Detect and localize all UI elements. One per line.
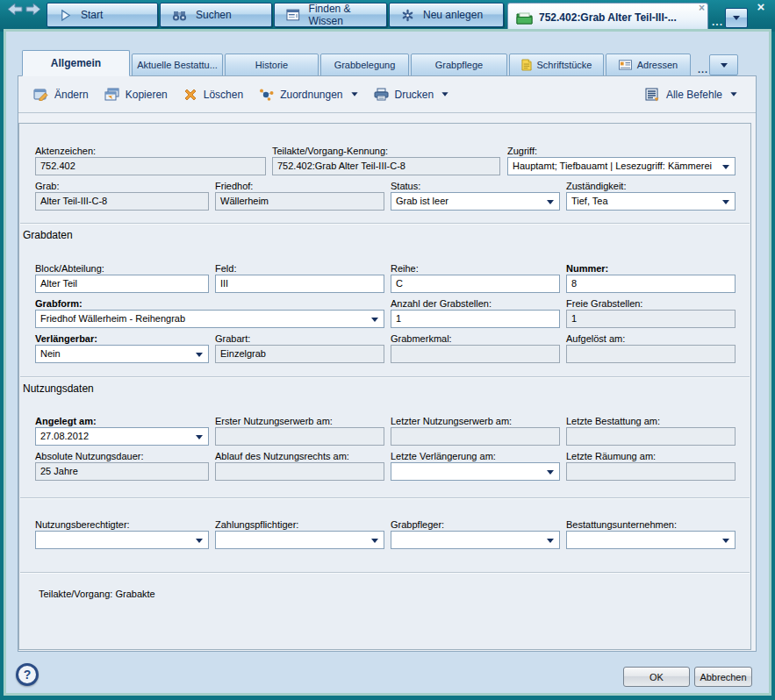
window-list-icon bbox=[286, 9, 300, 21]
letzte-verlaengerung-select[interactable] bbox=[391, 462, 560, 481]
dropdown-arrow-icon[interactable] bbox=[371, 318, 378, 322]
chevron-down-icon bbox=[721, 63, 728, 68]
zugriff-value: Hauptamt; Tiefbauamt | Lesezugriff: Kämm… bbox=[513, 161, 712, 171]
history-nav-arrows[interactable] bbox=[7, 2, 42, 17]
aktenzeichen-value: 752.402 bbox=[40, 161, 75, 171]
tab-adressen[interactable]: Adressen bbox=[606, 54, 691, 76]
absolute-nutzungsdauer-field[interactable]: 25 Jahre bbox=[35, 462, 209, 481]
letzte-verlaengerung-label: Letzte Verlängerung am: bbox=[391, 451, 496, 461]
grabmerkmal-field[interactable] bbox=[391, 345, 560, 363]
letzter-nutzungserwerb-field[interactable] bbox=[391, 427, 560, 446]
zustaendigkeit-value: Tief, Tea bbox=[571, 196, 608, 206]
teilakte-kennung-field[interactable]: 752.402:Grab Alter Teil-III-C-8 bbox=[272, 157, 500, 175]
delete-x-icon bbox=[183, 88, 197, 102]
anzahl-grabstellen-value: 1 bbox=[396, 313, 401, 324]
tabstrip-overflow-ellipsis[interactable]: ... bbox=[698, 64, 708, 75]
aendern-button[interactable]: Ändern bbox=[25, 84, 97, 104]
tab-grabpflege-label: Grabpflege bbox=[435, 60, 483, 70]
nummer-field[interactable]: 8 bbox=[566, 275, 736, 293]
dropdown-arrow-icon[interactable] bbox=[196, 539, 203, 543]
zugriff-select[interactable]: Hauptamt; Tiefbauamt | Lesezugriff: Kämm… bbox=[507, 157, 736, 175]
grab-field[interactable]: Alter Teil-III-C-8 bbox=[35, 192, 209, 211]
section-separator bbox=[20, 376, 750, 378]
zugriff-label: Zugriff: bbox=[507, 146, 537, 156]
window-close-icon[interactable]: × bbox=[753, 0, 769, 14]
address-card-icon bbox=[619, 60, 632, 70]
tab-grabpflege[interactable]: Grabpflege bbox=[411, 54, 507, 76]
start-button[interactable]: Start bbox=[47, 3, 158, 27]
chevron-down-icon bbox=[733, 16, 740, 20]
grabpfleger-select[interactable] bbox=[391, 531, 560, 549]
aufgeloest-am-field[interactable] bbox=[566, 345, 736, 363]
verlaengerbar-select[interactable]: Nein bbox=[35, 345, 209, 363]
block-abteilung-field[interactable]: Alter Teil bbox=[35, 275, 209, 293]
angelegt-am-select[interactable]: 27.08.2012 bbox=[35, 427, 209, 446]
feld-label: Feld: bbox=[215, 263, 236, 274]
dropdown-arrow-icon[interactable] bbox=[371, 539, 378, 543]
tab-grabbelegung[interactable]: Grabbelegung bbox=[320, 54, 409, 76]
reihe-field[interactable]: C bbox=[391, 275, 560, 293]
status-select[interactable]: Grab ist leer bbox=[391, 192, 560, 211]
tab-historie[interactable]: Historie bbox=[225, 54, 319, 76]
teilakte-kennung-value: 752.402:Grab Alter Teil-III-C-8 bbox=[277, 161, 405, 171]
dropdown-arrow-icon[interactable] bbox=[547, 539, 554, 543]
finden-wissen-button[interactable]: Finden & Wissen bbox=[274, 3, 387, 27]
alle-befehle-button[interactable]: Alle Befehle bbox=[637, 84, 745, 105]
document-tab-close-icon[interactable]: × bbox=[699, 3, 705, 13]
zustaendigkeit-select[interactable]: Tief, Tea bbox=[566, 192, 736, 211]
erster-nutzungserwerb-field[interactable] bbox=[215, 427, 384, 446]
binoculars-icon bbox=[172, 9, 187, 22]
absolute-nutzungsdauer-label: Absolute Nutzungsdauer: bbox=[35, 451, 144, 461]
grabform-label: Grabform: bbox=[35, 298, 83, 309]
friedhof-value: Wällerheim bbox=[220, 196, 269, 206]
topbar-dropdown-button[interactable] bbox=[725, 8, 748, 28]
loeschen-button[interactable]: Löschen bbox=[176, 84, 251, 105]
aktenzeichen-field[interactable]: 752.402 bbox=[35, 157, 266, 175]
letzte-bestattung-field[interactable] bbox=[566, 427, 736, 446]
topbar-overflow-ellipsis[interactable]: ... bbox=[712, 16, 723, 28]
suchen-button[interactable]: Suchen bbox=[160, 3, 272, 27]
grabform-select[interactable]: Friedhof Wällerheim - Reihengrab bbox=[35, 310, 384, 328]
tab-aktuelle-bestattung[interactable]: Aktuelle Bestattu... bbox=[132, 54, 223, 76]
dropdown-arrow-icon[interactable] bbox=[722, 165, 729, 169]
dropdown-arrow-icon[interactable] bbox=[196, 353, 203, 357]
neu-anlegen-button[interactable]: Neu anlegen bbox=[389, 3, 504, 27]
zuordnungen-button[interactable]: Zuordnungen bbox=[251, 84, 365, 104]
ok-button[interactable]: OK bbox=[623, 667, 690, 687]
grabart-value: Einzelgrab bbox=[220, 348, 266, 359]
grabform-value: Friedhof Wällerheim - Reihengrab bbox=[40, 313, 185, 324]
letzter-nutzungserwerb-label: Letzter Nutzungserwerb am: bbox=[391, 416, 512, 426]
help-icon[interactable]: ? bbox=[16, 663, 39, 686]
back-forward-icon[interactable] bbox=[7, 2, 42, 17]
dropdown-arrow-icon[interactable] bbox=[722, 200, 729, 204]
dropdown-arrow-icon[interactable] bbox=[547, 200, 554, 204]
tabstrip-dropdown-button[interactable] bbox=[709, 54, 738, 75]
document-tab[interactable]: 752.402:Grab Alter Teil-III-... × bbox=[507, 3, 708, 32]
verlaengerbar-value: Nein bbox=[40, 348, 61, 359]
abbrechen-button[interactable]: Abbrechen bbox=[694, 667, 752, 687]
bestattungsunternehmen-select[interactable] bbox=[566, 531, 736, 549]
tab-schriftstuecke-label: Schriftstücke bbox=[537, 60, 592, 70]
alle-befehle-label: Alle Befehle bbox=[666, 89, 722, 101]
kopieren-button[interactable]: Kopieren bbox=[97, 84, 176, 104]
friedhof-field[interactable]: Wällerheim bbox=[215, 192, 384, 211]
command-toolbar: Ändern Kopieren Lösche bbox=[18, 76, 756, 113]
letzte-raeumung-field[interactable] bbox=[566, 462, 736, 481]
anzahl-grabstellen-field[interactable]: 1 bbox=[391, 310, 560, 328]
section-separator bbox=[20, 572, 750, 574]
dropdown-arrow-icon[interactable] bbox=[547, 470, 554, 475]
block-abteilung-value: Alter Teil bbox=[40, 278, 77, 289]
nutzungsberechtigter-select[interactable] bbox=[35, 531, 209, 549]
absolute-nutzungsdauer-value: 25 Jahre bbox=[40, 466, 78, 476]
zahlungspflichtiger-select[interactable] bbox=[215, 531, 384, 549]
ablauf-nutzungsrecht-field[interactable] bbox=[215, 462, 384, 481]
feld-field[interactable]: III bbox=[215, 275, 384, 293]
drucken-button[interactable]: Drucken bbox=[366, 84, 457, 104]
grabart-field[interactable]: Einzelgrab bbox=[215, 345, 384, 363]
dropdown-arrow-icon[interactable] bbox=[722, 539, 729, 543]
asterisk-icon bbox=[401, 9, 414, 22]
freie-grabstellen-field[interactable]: 1 bbox=[566, 310, 736, 328]
tab-schriftstuecke[interactable]: Schriftstücke bbox=[509, 54, 604, 76]
dropdown-arrow-icon[interactable] bbox=[196, 435, 203, 439]
tab-allgemein[interactable]: Allgemein bbox=[22, 50, 130, 76]
